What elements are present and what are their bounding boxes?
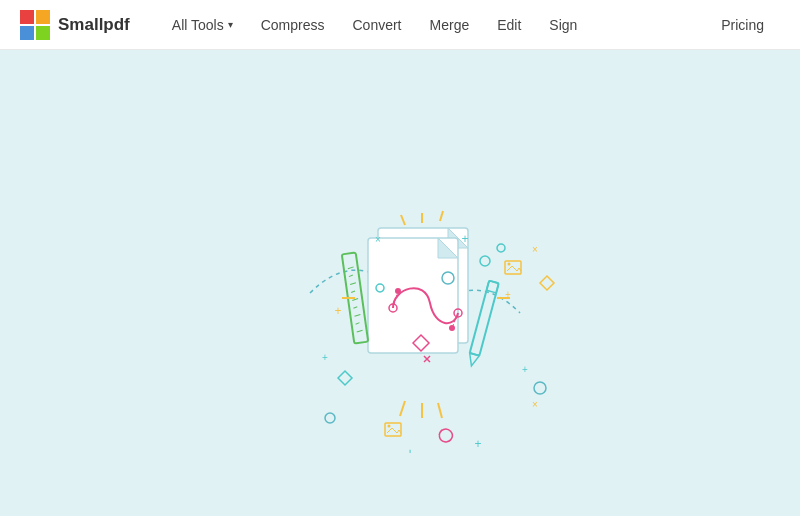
nav-all-tools[interactable]: All Tools ▾: [160, 11, 245, 39]
nav-merge[interactable]: Merge: [418, 11, 482, 39]
nav-sign[interactable]: Sign: [537, 11, 589, 39]
chevron-down-icon: ▾: [228, 19, 233, 30]
svg-text:×: ×: [532, 399, 538, 410]
svg-point-15: [449, 325, 455, 331]
svg-line-54: [438, 403, 442, 418]
svg-line-26: [354, 314, 360, 316]
svg-text:+: +: [522, 364, 528, 375]
svg-point-41: [480, 256, 490, 266]
svg-text:×: ×: [375, 234, 381, 245]
logo[interactable]: Smallpdf: [20, 10, 130, 40]
nav-pricing[interactable]: Pricing: [705, 11, 780, 39]
svg-line-25: [353, 307, 357, 309]
svg-line-28: [357, 330, 363, 332]
main-content: + + + + + + + × × ×: [0, 50, 800, 516]
svg-rect-6: [20, 26, 34, 40]
nav-compress[interactable]: Compress: [249, 11, 337, 39]
svg-text:+: +: [322, 352, 328, 363]
svg-line-55: [400, 401, 405, 416]
svg-text:×: ×: [532, 244, 538, 255]
svg-point-47: [388, 425, 391, 428]
svg-line-20: [348, 267, 354, 269]
svg-rect-5: [36, 10, 50, 24]
logo-text: Smallpdf: [58, 15, 130, 35]
svg-rect-7: [36, 26, 50, 40]
hero-illustration: + + + + + + + × × ×: [230, 113, 570, 453]
svg-line-51: [440, 211, 443, 221]
svg-point-14: [395, 288, 401, 294]
svg-rect-4: [20, 10, 34, 24]
nav-convert[interactable]: Convert: [340, 11, 413, 39]
header: Smallpdf All Tools ▾ Compress Convert Me…: [0, 0, 800, 50]
svg-point-43: [534, 382, 546, 394]
svg-point-49: [508, 263, 511, 266]
svg-line-21: [349, 275, 353, 277]
main-nav: All Tools ▾ Compress Convert Merge Edit …: [160, 11, 705, 39]
svg-point-42: [497, 244, 505, 252]
svg-text:+: +: [461, 232, 468, 246]
svg-line-52: [401, 215, 405, 225]
svg-text:+: +: [334, 304, 341, 318]
svg-text:+: +: [406, 445, 414, 453]
svg-point-45: [325, 413, 335, 423]
svg-line-22: [350, 283, 356, 285]
nav-edit[interactable]: Edit: [485, 11, 533, 39]
svg-line-27: [356, 323, 360, 325]
logo-icon: [20, 10, 50, 40]
svg-text:+: +: [474, 437, 481, 451]
svg-line-23: [351, 291, 355, 293]
